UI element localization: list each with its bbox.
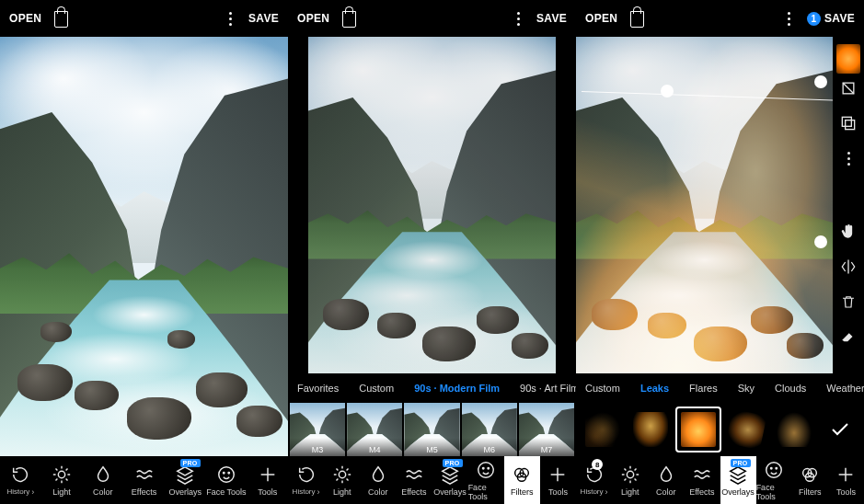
blend-mode-icon[interactable]	[837, 77, 859, 99]
svg-point-0	[58, 471, 64, 477]
overlay-thumb[interactable]	[629, 408, 672, 451]
image-canvas[interactable]	[0, 37, 288, 456]
overlay-thumb[interactable]	[582, 408, 624, 451]
top-bar: OPEN 1SAVE	[576, 0, 864, 37]
history-button[interactable]: History›	[288, 456, 324, 504]
plus-icon	[547, 464, 568, 485]
light-button[interactable]: Light	[612, 456, 648, 504]
editor-pane-overlays: OPEN 1SAVE	[576, 0, 864, 504]
effects-button[interactable]: Effects	[684, 456, 720, 504]
save-button[interactable]: 1SAVE	[807, 12, 855, 26]
color-button[interactable]: Color	[648, 456, 684, 504]
tools-button[interactable]: Tools	[247, 456, 288, 504]
category-90s-modern-film[interactable]: 90s · Modern Film	[414, 383, 500, 394]
category-sky[interactable]: Sky	[738, 383, 755, 394]
filter-thumbnail-row[interactable]: M3 M4 M5 M6 M7	[288, 403, 576, 456]
bottom-toolbar: History› Light Color Effects PROOverlays…	[288, 456, 576, 504]
effects-button[interactable]: Effects	[396, 456, 432, 504]
svg-rect-13	[846, 120, 855, 130]
top-bar: OPEN SAVE	[0, 0, 288, 37]
sun-icon	[332, 464, 352, 485]
pro-badge: PRO	[180, 459, 201, 467]
image-canvas[interactable]	[576, 37, 833, 373]
waves-icon	[404, 464, 424, 485]
overlays-button[interactable]: PROOverlays	[720, 456, 756, 504]
overlay-thumb[interactable]	[725, 408, 767, 451]
history-icon	[10, 464, 30, 485]
plus-icon	[258, 464, 278, 485]
overlays-button[interactable]: PRO Overlays	[165, 456, 206, 504]
duplicate-icon[interactable]	[837, 112, 859, 134]
facetools-button[interactable]: Face Tools	[468, 456, 504, 504]
filter-thumb-m5[interactable]: M5	[404, 403, 459, 456]
facetools-button[interactable]: Face Tools	[206, 456, 248, 504]
hand-icon[interactable]	[837, 221, 859, 243]
overlay-handle[interactable]	[661, 85, 674, 97]
open-button[interactable]: OPEN	[585, 12, 617, 25]
light-button[interactable]: Light	[41, 456, 83, 504]
category-custom[interactable]: Custom	[585, 383, 620, 394]
filter-thumb-m7[interactable]: M7	[519, 403, 574, 456]
shop-icon[interactable]	[342, 11, 356, 28]
light-button[interactable]: Light	[324, 456, 360, 504]
face-icon	[476, 460, 496, 480]
waves-icon	[692, 464, 712, 485]
history-icon	[296, 464, 317, 485]
overlays-button[interactable]: PROOverlays	[432, 456, 468, 504]
pending-count-badge: 1	[807, 12, 821, 26]
more-icon[interactable]	[517, 12, 520, 26]
svg-point-16	[771, 467, 772, 468]
drop-icon	[93, 464, 113, 485]
facetools-button[interactable]: Face Tools	[756, 456, 792, 504]
more-icon[interactable]	[229, 12, 232, 26]
category-leaks[interactable]: Leaks	[640, 383, 669, 394]
category-weather[interactable]: Weather	[826, 383, 864, 394]
tools-button[interactable]: Tools	[828, 456, 864, 504]
shop-icon[interactable]	[630, 11, 644, 28]
save-button[interactable]: SAVE	[536, 12, 567, 25]
category-clouds[interactable]: Clouds	[775, 383, 806, 394]
bottom-toolbar: History› Light Color Effects PRO Overlay…	[0, 456, 288, 504]
filter-thumb-m3[interactable]: M3	[290, 403, 345, 456]
category-custom[interactable]: Custom	[359, 383, 394, 394]
trash-icon[interactable]	[837, 291, 859, 313]
venn-icon	[800, 464, 820, 485]
overlay-side-toolbar	[836, 77, 860, 348]
color-button[interactable]: Color	[82, 456, 123, 504]
history-button[interactable]: 8 History›	[576, 456, 612, 504]
filters-button[interactable]: Filters	[504, 456, 540, 504]
overlay-thumbnail-row[interactable]	[576, 403, 864, 456]
active-overlay-preview	[836, 44, 860, 74]
svg-point-6	[483, 467, 484, 468]
filters-button[interactable]: Filters	[792, 456, 828, 504]
erase-icon[interactable]	[837, 326, 859, 348]
svg-point-4	[339, 471, 345, 477]
category-90s-art-film[interactable]: 90s · Art Film	[520, 383, 576, 394]
drop-icon	[368, 464, 388, 485]
svg-point-14	[627, 471, 633, 477]
open-button[interactable]: OPEN	[9, 12, 41, 25]
more-icon[interactable]	[788, 12, 790, 26]
flip-icon[interactable]	[837, 256, 859, 278]
top-bar: OPEN SAVE	[288, 0, 576, 37]
effects-button[interactable]: Effects	[123, 456, 165, 504]
tools-button[interactable]: Tools	[540, 456, 576, 504]
color-button[interactable]: Color	[360, 456, 396, 504]
category-favorites[interactable]: Favorites	[297, 383, 339, 394]
filter-category-row[interactable]: Favorites Custom 90s · Modern Film 90s ·…	[288, 375, 576, 401]
filter-thumb-m4[interactable]: M4	[347, 403, 402, 456]
save-button[interactable]: SAVE	[248, 12, 279, 25]
svg-point-1	[219, 466, 235, 482]
overlay-thumb[interactable]	[773, 408, 815, 451]
svg-point-2	[223, 472, 224, 473]
history-button[interactable]: History›	[0, 456, 41, 504]
overlay-category-row[interactable]: Custom Leaks Flares Sky Clouds Weather B…	[576, 375, 864, 401]
side-more-icon[interactable]	[837, 147, 859, 169]
image-canvas[interactable]	[308, 37, 556, 373]
apply-overlay-button[interactable]	[822, 418, 858, 441]
overlay-thumb-selected[interactable]	[677, 408, 720, 451]
category-flares[interactable]: Flares	[689, 383, 718, 394]
shop-icon[interactable]	[54, 11, 68, 28]
filter-thumb-m6[interactable]: M6	[462, 403, 517, 456]
open-button[interactable]: OPEN	[297, 12, 329, 25]
